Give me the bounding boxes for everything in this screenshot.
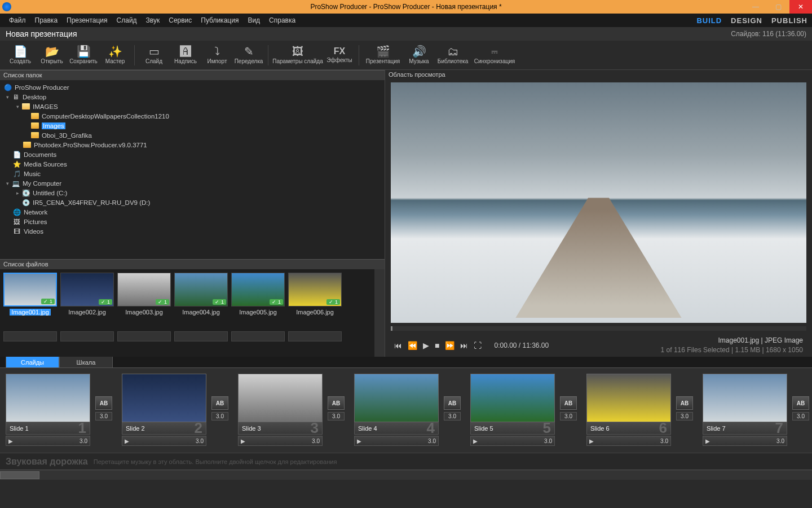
fullscreen-button[interactable]: ⛶ [474,341,482,350]
transition-card[interactable]: AB3.0 [210,396,230,421]
import-button[interactable]: ⤵Импорт [201,42,233,69]
play-button[interactable]: ▶ [423,341,429,350]
preview-canvas[interactable] [391,82,806,323]
tab-scale[interactable]: Шкала [59,356,113,367]
collapse-icon[interactable]: ▾ [15,104,20,110]
transition-card[interactable]: AB3.0 [558,396,579,421]
menu-Публикация[interactable]: Публикация [196,14,243,27]
file-thumb[interactable]: ✓ 1Image005.jpg [231,273,285,328]
file-scrollbar[interactable] [374,269,385,357]
play-icon[interactable]: ▶ [473,438,478,444]
close-button[interactable]: ✕ [789,0,812,14]
transition-duration[interactable]: 3.0 [792,412,809,421]
tree-my-computer[interactable]: ▾💻My Computer [0,178,385,188]
file-thumb[interactable]: ✓ 1Image002.jpg [60,273,114,328]
stop-button[interactable]: ■ [435,341,439,350]
last-button[interactable]: ⏭ [460,341,468,350]
open-button[interactable]: 📂Открыть [36,42,68,69]
tree-music[interactable]: 🎵Music [0,169,385,178]
transition-card[interactable]: AB3.0 [791,396,811,421]
file-thumb[interactable] [117,331,171,354]
tree-collection[interactable]: ComputerDesktopWallpapersCollection1210 [0,111,385,121]
tree-videos[interactable]: 🎞Videos [0,226,385,236]
mode-build[interactable]: BUILD [696,16,722,25]
file-thumb[interactable] [288,331,342,354]
tree-oboi[interactable]: Oboi_3D_Grafika [0,130,385,140]
slide-button[interactable]: ▭Слайд [138,42,170,69]
master-button[interactable]: ✨Мастер [99,42,131,69]
slide-duration[interactable]: 3.0 [776,438,784,444]
file-thumb[interactable] [3,331,57,354]
play-icon[interactable]: ▶ [8,438,13,444]
collapse-icon[interactable]: ▾ [5,94,10,100]
slide-params-button[interactable]: 🖼Параметры слайда [272,42,324,69]
transition-duration[interactable]: 3.0 [328,412,345,421]
file-thumb[interactable]: ✓ 1Image001.jpg [3,273,57,328]
collapse-icon[interactable]: ▾ [5,181,10,186]
timeline[interactable]: Slide 11▶3.0AB3.0Slide 22▶3.0AB3.0Slide … [0,368,812,453]
slide-duration[interactable]: 3.0 [80,438,87,444]
scrub-bar[interactable] [391,326,806,331]
folder-tree[interactable]: 🔵ProShow Producer ▾🖥Desktop ▾IMAGES Comp… [0,80,385,259]
effects-button[interactable]: FXЭффекты [324,42,355,69]
audio-track[interactable]: Звуковая дорожка Перетащите музыку в эту… [0,453,812,470]
file-thumb[interactable] [231,331,285,354]
tree-documents[interactable]: 📄Documents [0,150,385,159]
file-thumb[interactable]: ✓ 1Image006.jpg [288,273,342,328]
transition-card[interactable]: AB3.0 [326,396,346,421]
transition-card[interactable]: AB3.0 [442,396,462,421]
play-icon[interactable]: ▶ [241,438,245,444]
maximize-button[interactable]: ▢ [767,0,789,14]
file-list[interactable]: ✓ 1Image001.jpg✓ 1Image002.jpg✓ 1Image00… [0,269,385,357]
save-button[interactable]: 💾Сохранить [68,42,99,69]
slide-duration[interactable]: 3.0 [196,438,204,444]
first-button[interactable]: ⏮ [394,341,402,350]
tree-root[interactable]: 🔵ProShow Producer [0,82,385,92]
tree-media-sources[interactable]: ⭐Media Sources [0,159,385,169]
caption-button[interactable]: 🅰Надпись [170,42,201,69]
transition-duration[interactable]: 3.0 [560,412,577,421]
library-button[interactable]: 🗂Библиотека [435,42,471,69]
transition-duration[interactable]: 3.0 [444,412,461,421]
transition-duration[interactable]: 3.0 [211,412,228,421]
remix-button[interactable]: ✎Переделка [233,42,264,69]
tree-drive-d[interactable]: 💿IR5_CENA_X64FREV_RU-RU_DV9 (D:) [0,198,385,207]
slide-card[interactable]: Slide 22▶3.0 [122,374,206,446]
sync-button[interactable]: ⎓Синхронизация [471,42,518,69]
tab-slides[interactable]: Слайды [6,356,59,367]
slide-duration[interactable]: 3.0 [544,438,552,444]
menu-Сервис[interactable]: Сервис [164,14,196,27]
slide-duration[interactable]: 3.0 [428,438,436,444]
slide-card[interactable]: Slide 44▶3.0 [354,374,439,446]
mode-publish[interactable]: PUBLISH [771,16,807,25]
play-icon[interactable]: ▶ [589,438,594,444]
file-thumb[interactable]: ✓ 1Image003.jpg [117,273,171,328]
file-thumb[interactable]: ✓ 1Image004.jpg [174,273,228,328]
horizontal-scrollbar[interactable] [0,470,812,480]
slide-card[interactable]: Slide 66▶3.0 [586,374,671,446]
slide-card[interactable]: Slide 55▶3.0 [470,374,555,446]
tree-photodex[interactable]: Photodex.ProShow.Producer.v9.0.3771 [0,140,385,150]
menu-Справка[interactable]: Справка [264,14,300,27]
file-thumb[interactable] [60,331,114,354]
tree-pictures[interactable]: 🖼Pictures [0,217,385,226]
transition-duration[interactable]: 3.0 [95,412,112,421]
menu-Презентация[interactable]: Презентация [62,14,112,27]
slide-card[interactable]: Slide 77▶3.0 [703,374,787,446]
slide-duration[interactable]: 3.0 [312,438,320,444]
menu-Слайд[interactable]: Слайд [112,14,142,27]
tree-network[interactable]: 🌐Network [0,207,385,217]
tree-images-sub[interactable]: Images [0,121,385,130]
create-button[interactable]: 📄Создать [5,42,36,69]
expand-icon[interactable]: ▸ [15,190,20,196]
tree-images[interactable]: ▾IMAGES [0,102,385,111]
rewind-button[interactable]: ⏪ [408,341,417,350]
slide-card[interactable]: Slide 33▶3.0 [238,374,323,446]
transition-card[interactable]: AB3.0 [94,396,114,421]
play-icon[interactable]: ▶ [357,438,361,444]
presentation-button[interactable]: 🎬Презентация [363,42,403,69]
play-icon[interactable]: ▶ [125,438,129,444]
slide-card[interactable]: Slide 11▶3.0 [6,374,90,446]
play-icon[interactable]: ▶ [705,438,710,444]
menu-Звук[interactable]: Звук [142,14,165,27]
